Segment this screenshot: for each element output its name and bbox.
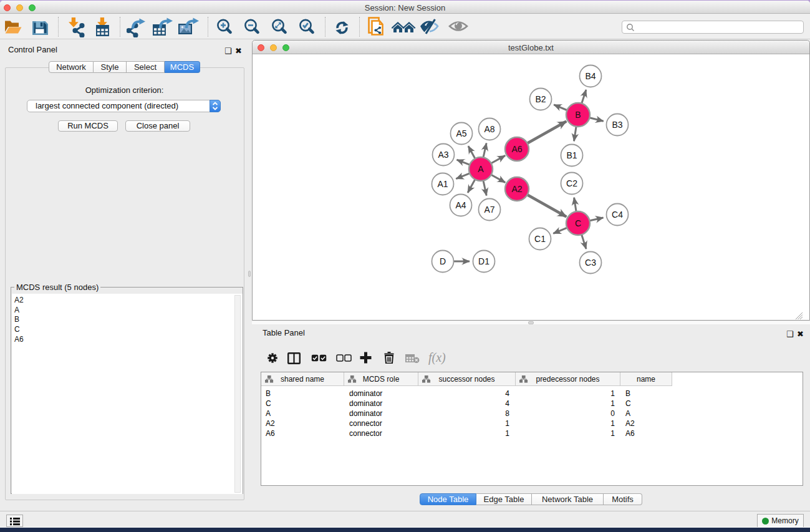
svg-text:A1: A1 xyxy=(437,179,448,189)
svg-text:A: A xyxy=(478,164,484,174)
svg-text:C: C xyxy=(575,218,581,228)
svg-text:A6: A6 xyxy=(511,144,522,154)
svg-text:D1: D1 xyxy=(478,256,489,266)
svg-text:A8: A8 xyxy=(484,124,494,134)
svg-text:A7: A7 xyxy=(484,205,494,215)
svg-text:C1: C1 xyxy=(534,234,546,244)
svg-text:D: D xyxy=(440,256,446,266)
svg-text:B1: B1 xyxy=(566,150,577,160)
svg-text:A3: A3 xyxy=(438,150,448,160)
svg-text:B4: B4 xyxy=(585,71,595,81)
svg-text:A5: A5 xyxy=(456,128,466,138)
svg-text:C2: C2 xyxy=(566,178,577,188)
svg-text:B3: B3 xyxy=(612,120,622,130)
svg-text:B: B xyxy=(575,110,581,120)
svg-text:A4: A4 xyxy=(455,200,466,210)
svg-text:C4: C4 xyxy=(612,210,623,220)
svg-text:A2: A2 xyxy=(511,184,522,194)
svg-text:B2: B2 xyxy=(535,94,546,104)
svg-text:C3: C3 xyxy=(585,258,596,268)
